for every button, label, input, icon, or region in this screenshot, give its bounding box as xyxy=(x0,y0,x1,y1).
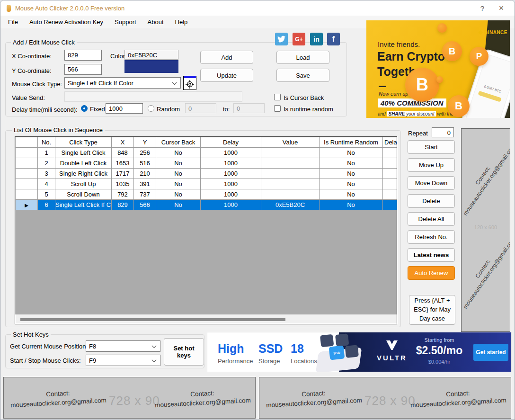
cell-y[interactable]: 516 xyxy=(134,158,156,169)
is-cursor-back-checkbox[interactable] xyxy=(274,94,281,100)
cell-delay[interactable]: 1000 xyxy=(201,200,261,210)
cell-click-type[interactable]: Single Left Click If C... xyxy=(55,200,112,210)
cell-cursor-back[interactable]: No xyxy=(156,158,201,169)
cell-cursor-back[interactable]: No xyxy=(156,179,201,189)
table-row[interactable]: 1 Single Left Click 848 256 No 1000 No xyxy=(16,148,398,158)
delete-all-button[interactable]: Delete All xyxy=(408,212,455,226)
cell-y[interactable]: 566 xyxy=(134,200,156,210)
google-plus-button[interactable]: G+ xyxy=(293,33,305,45)
menu-support[interactable]: Support xyxy=(109,16,142,28)
cell-value[interactable] xyxy=(261,148,320,158)
cell-delay[interactable]: 1000 xyxy=(201,148,261,158)
save-button[interactable]: Save xyxy=(276,69,329,82)
cell-runtime-random[interactable]: No xyxy=(320,148,383,158)
color-value-field[interactable]: 0xE5B20C xyxy=(124,50,178,60)
cell-delay-random[interactable] xyxy=(383,158,398,169)
cell-no[interactable]: 4 xyxy=(38,179,55,189)
cell-delay[interactable]: 1000 xyxy=(201,169,261,179)
scrollbar-thumb[interactable] xyxy=(20,318,285,321)
is-runtime-random-checkbox[interactable] xyxy=(274,105,281,112)
cell-no[interactable]: 2 xyxy=(38,158,55,169)
cell-y[interactable]: 737 xyxy=(134,189,156,200)
cell-y[interactable]: 210 xyxy=(134,169,156,179)
cell-x[interactable]: 848 xyxy=(112,148,134,158)
get-mouse-position-select[interactable]: F8 xyxy=(86,340,160,352)
cell-delay-random[interactable] xyxy=(383,200,398,210)
is-runtime-random-label[interactable]: Is runtime random xyxy=(284,106,333,113)
col-no[interactable]: No. xyxy=(38,137,55,148)
cell-click-type[interactable]: Single Right Click xyxy=(55,169,112,179)
row-selector[interactable] xyxy=(16,148,38,158)
cell-delay[interactable]: 1000 xyxy=(201,189,261,200)
load-button[interactable]: Load xyxy=(276,51,329,64)
cell-runtime-random[interactable]: No xyxy=(320,158,383,169)
move-up-button[interactable]: Move Up xyxy=(408,158,455,172)
row-selector[interactable] xyxy=(16,169,38,179)
cell-value[interactable]: 0xE5B20C xyxy=(261,200,320,210)
cell-no[interactable]: 5 xyxy=(38,189,55,200)
random-delay-radio-label[interactable]: Random xyxy=(157,106,180,113)
menu-file[interactable]: File xyxy=(0,16,24,28)
mouse-click-type-select[interactable]: Single Left Click If Color xyxy=(64,77,181,89)
cell-click-type[interactable]: Scroll Down xyxy=(55,189,112,200)
cell-runtime-random[interactable]: No xyxy=(320,200,383,210)
row-selector-current[interactable]: ▶ xyxy=(16,200,38,210)
cell-x[interactable]: 1035 xyxy=(112,179,134,189)
close-button[interactable]: × xyxy=(492,0,511,16)
cell-cursor-back[interactable]: No xyxy=(156,148,201,158)
pick-color-button[interactable] xyxy=(183,76,196,90)
col-is-runtime-random[interactable]: Is Runtime Random xyxy=(320,137,383,148)
cell-no[interactable]: 1 xyxy=(38,148,55,158)
add-button[interactable]: Add xyxy=(200,51,253,64)
cell-cursor-back[interactable]: No xyxy=(156,169,201,179)
random-delay-radio[interactable] xyxy=(148,105,154,112)
cell-value[interactable] xyxy=(261,158,320,169)
cell-delay-random[interactable] xyxy=(383,148,398,158)
row-selector[interactable] xyxy=(16,158,38,169)
col-x[interactable]: X xyxy=(112,137,134,148)
cell-x[interactable]: 1717 xyxy=(112,169,134,179)
cell-y[interactable]: 256 xyxy=(134,148,156,158)
set-hot-keys-button[interactable]: Set hot keys xyxy=(164,338,204,366)
cell-click-type[interactable]: Single Left Click xyxy=(55,148,112,158)
col-delay-random[interactable]: Dela xyxy=(383,137,398,148)
x-coordinate-input[interactable]: 829 xyxy=(64,50,102,61)
auto-renew-button[interactable]: Auto Renew xyxy=(408,266,455,280)
col-cursor-back[interactable]: Cursor Back xyxy=(156,137,201,148)
cell-x[interactable]: 792 xyxy=(112,189,134,200)
cell-click-type[interactable]: Scroll Up xyxy=(55,179,112,189)
binance-ad[interactable]: BINANCE Invite friends. Earn Crypto Toge… xyxy=(366,20,510,118)
menu-auto-renew-activation-key[interactable]: Auto Renew Activation Key xyxy=(24,16,109,28)
y-coordinate-input[interactable]: 566 xyxy=(64,64,102,75)
cell-cursor-back[interactable]: No xyxy=(156,189,201,200)
col-value[interactable]: Value xyxy=(261,137,320,148)
alt-esc-button[interactable]: Press {ALT + ESC} for May Day case xyxy=(409,295,455,325)
cell-delay-random[interactable] xyxy=(383,179,398,189)
bottom-ad-left[interactable]: Contact: mouseautoclicker.org@gmail.com … xyxy=(3,377,256,419)
twitter-button[interactable] xyxy=(275,33,288,45)
table-row-selected[interactable]: ▶ 6 Single Left Click If C... 829 566 No… xyxy=(16,200,398,210)
row-selector[interactable] xyxy=(16,179,38,189)
get-started-button[interactable]: Get started xyxy=(473,344,508,361)
repeat-input[interactable]: 0 xyxy=(432,127,454,137)
table-row[interactable]: 2 Double Left Click 1653 516 No 1000 No xyxy=(16,158,398,169)
cell-delay[interactable]: 1000 xyxy=(201,179,261,189)
table-row[interactable]: 4 Scroll Up 1035 391 No 1000 No xyxy=(16,179,398,189)
fixed-delay-radio-label[interactable]: Fixed xyxy=(90,106,105,113)
cell-x[interactable]: 1653 xyxy=(112,158,134,169)
fixed-delay-radio[interactable] xyxy=(81,105,88,112)
horizontal-scrollbar[interactable] xyxy=(15,314,397,324)
cell-y[interactable]: 391 xyxy=(134,179,156,189)
cell-runtime-random[interactable]: No xyxy=(320,169,383,179)
cell-no[interactable]: 3 xyxy=(38,169,55,179)
cell-delay[interactable]: 1000 xyxy=(201,158,261,169)
cell-runtime-random[interactable]: No xyxy=(320,189,383,200)
cell-runtime-random[interactable]: No xyxy=(320,179,383,189)
cell-value[interactable] xyxy=(261,189,320,200)
delete-button[interactable]: Delete xyxy=(408,194,455,208)
row-selector[interactable] xyxy=(16,189,38,200)
cell-delay-random[interactable] xyxy=(383,189,398,200)
value-send-input[interactable] xyxy=(64,91,242,102)
random-to-input[interactable]: 0 xyxy=(233,103,265,113)
side-ad[interactable]: Contact: mouseautoclicker.org@gmail.com … xyxy=(461,128,510,332)
